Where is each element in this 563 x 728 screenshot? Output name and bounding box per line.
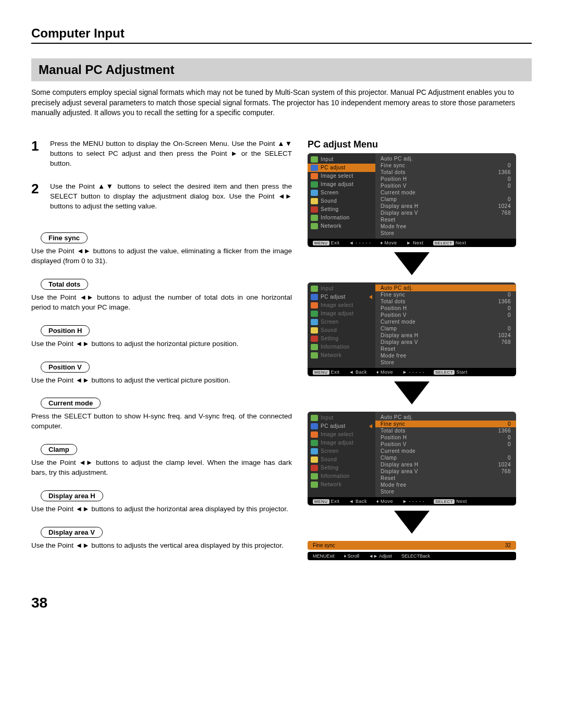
osd-menu-item[interactable]: PC adjust [308, 164, 375, 172]
osd-menu-label: Image select [321, 173, 353, 179]
osd-setting-label: Fine sync [381, 421, 405, 427]
osd-setting-row[interactable]: Store [380, 359, 512, 366]
osd-menu-item[interactable]: Image select [308, 301, 375, 310]
osd-setting-row[interactable]: Auto PC adj. [375, 285, 516, 291]
osd-menu-item[interactable]: Input [308, 155, 375, 164]
menu-icon [311, 482, 318, 488]
osd-setting-value: 0 [508, 421, 511, 427]
osd-menu-item[interactable]: PC adjust [308, 293, 375, 301]
osd-setting-label: Current mode [381, 448, 415, 454]
osd-setting-row[interactable]: Display area V768 [380, 468, 512, 475]
osd-setting-row[interactable]: Total dots1366 [380, 427, 512, 434]
osd-menu-item[interactable]: Network [308, 222, 375, 230]
osd-menu-item[interactable]: Image adjust [308, 439, 375, 447]
menu-icon [311, 156, 318, 163]
osd-menu-item[interactable]: Input [308, 285, 375, 293]
osd-setting-row[interactable]: Current mode [380, 189, 512, 196]
osd-setting-value: 0 [508, 312, 511, 318]
osd-menu-label: PC adjust [321, 165, 346, 170]
osd-setting-label: Fine sync [381, 292, 405, 298]
osd-setting-row[interactable]: Display area H1024 [380, 203, 512, 209]
osd-menu-item[interactable]: Network [308, 351, 375, 360]
osd-setting-row[interactable]: Position V0 [380, 182, 512, 189]
osd-menu-item[interactable]: Sound [308, 197, 375, 205]
osd-setting-value: 1366 [498, 428, 511, 434]
osd-menu-item[interactable]: PC adjust [308, 422, 375, 430]
osd-menu-item[interactable]: Sound [308, 455, 375, 464]
param-desc: Use the Point ◄► buttons to adjust the c… [31, 458, 292, 478]
osd-menu-item[interactable]: Image select [308, 430, 375, 439]
step-2: 2 Use the Point ▲▼ buttons to select the… [31, 182, 292, 212]
osd-setting-row[interactable]: Display area H1024 [380, 332, 512, 339]
osd-menu-item[interactable]: Input [308, 414, 375, 422]
param-pill: Clamp [41, 444, 77, 455]
osd-setting-label: Display area V [381, 468, 418, 474]
osd-menu-item[interactable]: Information [308, 343, 375, 351]
osd-setting-row[interactable]: Position H0 [380, 434, 512, 441]
step-number: 1 [31, 139, 50, 169]
menu-icon [311, 352, 318, 359]
osd-setting-row[interactable]: Reset [380, 475, 512, 482]
footer-hint: SELECTNext [434, 499, 467, 504]
osd-footer: MENUExit♦ Scroll◄► AdjustSELECTBack [308, 552, 516, 560]
osd-setting-row[interactable]: Fine sync0 [380, 291, 512, 298]
menu-icon [311, 327, 318, 334]
osd-menu-item[interactable]: Network [308, 480, 375, 489]
osd-menu-item[interactable]: Information [308, 472, 375, 480]
osd-menu-item[interactable]: Setting [308, 205, 375, 214]
osd-setting-row[interactable]: Store [380, 488, 512, 495]
osd-menu-item[interactable]: Screen [308, 447, 375, 455]
osd-setting-row[interactable]: Auto PC adj. [380, 155, 512, 162]
osd-menu-item[interactable]: Sound [308, 326, 375, 335]
footer-hint: SELECTNext [433, 240, 467, 245]
osd-setting-row[interactable]: Position V0 [380, 312, 512, 318]
osd-setting-row[interactable]: Display area V768 [380, 339, 512, 346]
mini-value: 32 [505, 542, 511, 548]
menu-icon [311, 473, 318, 479]
osd-menu-item[interactable]: Image adjust [308, 310, 375, 318]
footer-hint: ► - - - - - [402, 369, 424, 375]
osd-setting-row[interactable]: Total dots1366 [380, 298, 512, 305]
osd-setting-row[interactable]: Current mode [380, 448, 512, 454]
param-desc: Use the Point ◄► buttons to adjust the h… [31, 339, 292, 349]
osd-setting-row[interactable]: Position H0 [380, 176, 512, 182]
osd-setting-row[interactable]: Mode free [380, 482, 512, 488]
osd-menu-item[interactable]: Image adjust [308, 180, 375, 189]
osd-setting-row[interactable]: Fine sync0 [375, 421, 516, 427]
osd-setting-row[interactable]: Clamp0 [380, 454, 512, 461]
param-desc: Press the SELECT button to show H-sync f… [31, 412, 292, 431]
osd-menu-item[interactable]: Information [308, 214, 375, 222]
osd-setting-label: Position V [381, 183, 407, 189]
osd-setting-row[interactable]: Reset [380, 216, 512, 223]
osd-setting-row[interactable]: Reset [380, 346, 512, 352]
osd-setting-label: Display area V [381, 339, 418, 345]
osd-menu-item[interactable]: Setting [308, 464, 375, 472]
osd-setting-row[interactable]: Mode free [380, 223, 512, 230]
osd-setting-row[interactable]: Clamp0 [380, 325, 512, 332]
osd-setting-label: Current mode [381, 319, 415, 325]
osd-menu-item[interactable]: Image select [308, 172, 375, 180]
osd-menu-label: Image adjust [321, 181, 353, 187]
osd-setting-row[interactable]: Clamp0 [380, 196, 512, 203]
osd-setting-row[interactable]: Mode free [380, 352, 512, 359]
osd-setting-row[interactable]: Position H0 [380, 305, 512, 312]
osd-menu-item[interactable]: Setting [308, 335, 375, 343]
osd-setting-row[interactable]: Position V0 [380, 441, 512, 448]
footer-hint: ◄ Back [349, 369, 367, 375]
osd-setting-row[interactable]: Store [380, 230, 512, 237]
osd-setting-label: Display area H [381, 332, 419, 338]
osd-setting-row[interactable]: Display area V768 [380, 209, 512, 216]
down-arrow-icon [394, 511, 430, 534]
osd-setting-row[interactable]: Fine sync0 [380, 162, 512, 169]
osd-setting-row[interactable]: Current mode [380, 318, 512, 325]
osd-setting-row[interactable]: Auto PC adj. [380, 414, 512, 421]
osd-menu-label: Network [321, 482, 341, 487]
osd-setting-label: Position H [381, 305, 407, 311]
osd-setting-value: 0 [508, 196, 511, 202]
osd-setting-row[interactable]: Total dots1366 [380, 169, 512, 176]
osd-menu-label: Image adjust [321, 440, 353, 446]
osd-menu-item[interactable]: Screen [308, 189, 375, 197]
osd-menu-item[interactable]: Screen [308, 318, 375, 326]
osd-setting-label: Total dots [381, 169, 406, 175]
osd-setting-row[interactable]: Display area H1024 [380, 461, 512, 468]
